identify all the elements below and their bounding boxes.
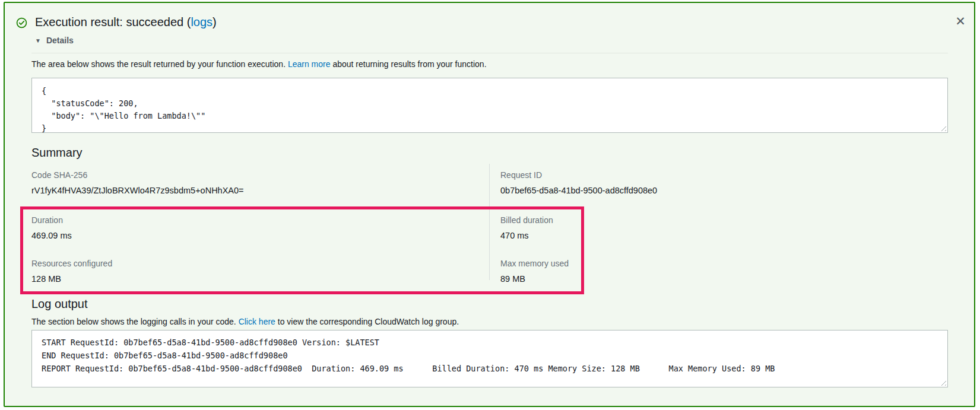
log-line-report: REPORT RequestId: 0b7bef65-d5a8-41bd-950… [42, 362, 938, 375]
log-output-heading: Log output [31, 297, 88, 311]
click-here-link[interactable]: Click here [239, 317, 275, 326]
log-description-text-after: to view the corresponding CloudWatch log… [275, 317, 459, 326]
resize-handle[interactable] [939, 379, 946, 386]
field-value: 470 ms [500, 230, 553, 241]
field-label: Billed duration [500, 215, 553, 225]
field-label: Duration [31, 215, 72, 225]
title-text-suffix: ) [213, 15, 217, 28]
details-divider [31, 53, 948, 53]
field-value: 89 MB [500, 274, 569, 284]
function-result-code: { "statusCode": 200, "body": "\"Hello fr… [32, 78, 947, 141]
field-label: Request ID [500, 170, 657, 180]
field-label: Code SHA-256 [31, 170, 244, 180]
summary-field-code-sha256: Code SHA-256 rV1fyK4fHVA39/ZtJloBRXWlo4R… [31, 170, 244, 196]
page-title: Execution result: succeeded (logs) [35, 15, 217, 29]
close-icon: ✕ [955, 14, 966, 28]
summary-heading: Summary [31, 146, 83, 160]
field-value: rV1fyK4fHVA39/ZtJloBRXWlo4R7z9sbdm5+oNHh… [31, 185, 244, 196]
details-label: Details [46, 36, 74, 45]
success-check-icon [16, 17, 27, 28]
log-description-text: The section below shows the logging call… [31, 317, 239, 326]
log-description: The section below shows the logging call… [31, 317, 459, 326]
summary-field-request-id: Request ID 0b7bef65-d5a8-41bd-9500-ad8cf… [500, 170, 657, 196]
field-value: 469.09 ms [31, 230, 72, 241]
summary-column-divider [489, 164, 490, 280]
summary-field-max-memory-used: Max memory used 89 MB [500, 258, 569, 284]
field-label: Max memory used [500, 258, 569, 269]
result-description: The area below shows the result returned… [31, 59, 487, 69]
triangle-down-icon: ▼ [35, 37, 41, 44]
summary-field-billed-duration: Billed duration 470 ms [500, 215, 553, 241]
title-text-prefix: Execution result: succeeded ( [35, 15, 191, 28]
log-output-textarea[interactable]: START RequestId: 0b7bef65-d5a8-41bd-9500… [31, 330, 948, 387]
summary-field-duration: Duration 469.09 ms [31, 215, 72, 241]
summary-field-resources-configured: Resources configured 128 MB [31, 258, 112, 284]
field-label: Resources configured [31, 258, 112, 269]
logs-link[interactable]: logs [191, 15, 213, 28]
field-value: 0b7bef65-d5a8-41bd-9500-ad8cffd908e0 [500, 185, 657, 196]
function-result-textarea[interactable]: { "statusCode": 200, "body": "\"Hello fr… [31, 78, 948, 133]
details-toggle[interactable]: ▼ Details [35, 36, 74, 45]
close-button[interactable]: ✕ [950, 11, 971, 32]
log-line-end: END RequestId: 0b7bef65-d5a8-41bd-9500-a… [42, 349, 938, 362]
field-value: 128 MB [31, 274, 112, 284]
result-description-text: The area below shows the result returned… [31, 59, 288, 69]
learn-more-link[interactable]: Learn more [288, 59, 331, 69]
log-line-start: START RequestId: 0b7bef65-d5a8-41bd-9500… [42, 336, 938, 349]
result-description-text-after: about returning results from your functi… [331, 59, 487, 69]
